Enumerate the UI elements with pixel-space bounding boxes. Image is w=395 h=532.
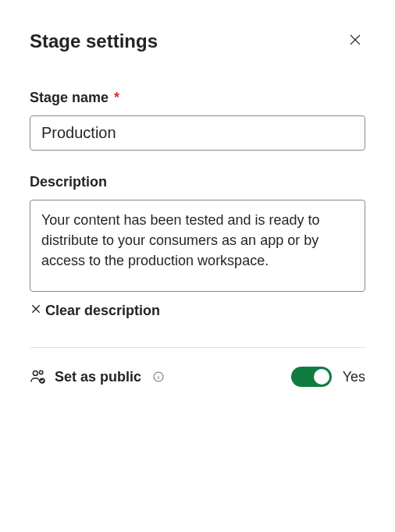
section-divider xyxy=(30,347,365,348)
required-indicator: * xyxy=(114,90,119,105)
close-button[interactable] xyxy=(345,30,365,52)
description-group: Description Clear description xyxy=(30,174,365,319)
panel-title: Stage settings xyxy=(30,30,158,52)
stage-name-label: Stage name * xyxy=(30,90,365,106)
clear-description-label: Clear description xyxy=(45,303,160,319)
panel-header: Stage settings xyxy=(30,30,365,52)
close-icon xyxy=(348,33,362,49)
stage-name-label-text: Stage name xyxy=(30,90,109,105)
clear-description-button[interactable]: Clear description xyxy=(30,303,160,319)
stage-name-group: Stage name * xyxy=(30,90,365,151)
description-label: Description xyxy=(30,174,365,190)
set-public-toggle[interactable] xyxy=(291,367,332,387)
set-public-row: Set as public Yes xyxy=(30,367,365,387)
svg-point-5 xyxy=(39,371,42,374)
set-public-label: Set as public xyxy=(55,369,141,385)
info-icon[interactable] xyxy=(152,371,165,383)
svg-point-4 xyxy=(33,371,37,375)
description-input[interactable] xyxy=(30,200,365,292)
set-public-right: Yes xyxy=(291,367,365,387)
stage-name-input[interactable] xyxy=(30,115,365,151)
set-public-value: Yes xyxy=(343,369,365,385)
clear-icon xyxy=(30,303,42,319)
set-public-left: Set as public xyxy=(30,368,165,385)
people-icon xyxy=(30,368,47,385)
svg-point-9 xyxy=(158,374,159,374)
